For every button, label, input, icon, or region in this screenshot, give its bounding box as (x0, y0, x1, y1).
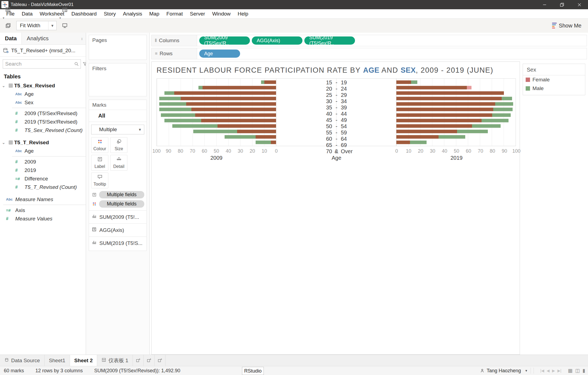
bar-segment[interactable] (502, 97, 512, 100)
bar-segment[interactable] (411, 81, 417, 84)
pane-flip-icon[interactable]: ↕ (78, 33, 86, 44)
chevron-down-icon[interactable]: ⌄ (0, 140, 7, 145)
marks-field-pill[interactable]: Multiple fields (99, 191, 144, 198)
menu-dashboard[interactable]: Dashboard (68, 9, 100, 18)
bar-segment-overlap[interactable] (203, 86, 276, 90)
field-item[interactable]: AbcMeasure Names (0, 195, 86, 204)
bar-segment-overlap[interactable] (396, 124, 472, 128)
bar-segment[interactable] (495, 102, 513, 106)
search-input[interactable] (3, 61, 74, 67)
filters-shelf[interactable]: Filters (89, 63, 147, 96)
bar-segment-overlap[interactable] (396, 86, 467, 90)
bar-segment[interactable] (193, 130, 237, 133)
bar-segment-overlap[interactable] (174, 91, 276, 95)
bar-segment-overlap[interactable] (256, 135, 276, 139)
size-button[interactable]: Size (110, 137, 127, 153)
field-item[interactable]: AbcSex (0, 98, 86, 107)
bar-segment[interactable] (159, 97, 181, 100)
bar-segment[interactable] (467, 86, 471, 90)
field-item[interactable]: =#Axis (0, 206, 86, 214)
shelf-pill[interactable]: Age (199, 50, 240, 58)
bar-segment[interactable] (457, 130, 488, 133)
field-item[interactable]: #2009 (0, 158, 86, 166)
user-menu[interactable]: Tang Haozheng ▼ (480, 368, 528, 374)
restore-button[interactable] (553, 0, 571, 9)
bar-segment-overlap[interactable] (396, 119, 482, 122)
bar-segment[interactable] (439, 135, 465, 139)
menu-map[interactable]: Map (146, 9, 163, 18)
new-story-tab-icon[interactable] (155, 355, 166, 366)
bar-segment-overlap[interactable] (271, 140, 276, 144)
legend-entry-male[interactable]: Male (523, 84, 585, 93)
show-filmstrip-icon[interactable]: ▦ (568, 368, 572, 374)
menu-help[interactable]: Help (234, 9, 252, 18)
field-item[interactable]: #Measure Values (0, 214, 86, 223)
last-page-icon[interactable]: ▶| (558, 368, 561, 373)
bar-segment[interactable] (493, 108, 513, 111)
bar-segment-overlap[interactable] (396, 113, 492, 117)
table-item[interactable]: ⌄T5_Sex_Revised (0, 81, 86, 90)
bar-segment[interactable] (261, 81, 264, 84)
bar-segment[interactable] (164, 91, 174, 95)
bar-segment[interactable] (492, 113, 511, 117)
bar-segment-overlap[interactable] (186, 102, 276, 106)
show-me-button[interactable]: Show Me (552, 23, 585, 29)
show-tabs-icon[interactable]: ◫ (575, 368, 580, 374)
chevron-down-icon[interactable]: ▾ (3, 16, 4, 20)
bar-segment-overlap[interactable] (218, 124, 276, 128)
shelf-pill[interactable]: SUM(2009 (T5!Sex!R.. (199, 36, 250, 45)
bar-segment-overlap[interactable] (396, 102, 495, 106)
tab-sheet2[interactable]: Sheet 2 (70, 355, 97, 366)
first-page-icon[interactable]: |◀ (540, 368, 544, 373)
chevron-down-icon[interactable]: ▾ (59, 16, 61, 20)
prev-page-icon[interactable]: ◀ (547, 368, 550, 373)
rows-shelf[interactable]: ≡ Rows Age (151, 48, 587, 59)
minimize-button[interactable] (536, 0, 553, 9)
bar-segment-overlap[interactable] (195, 113, 276, 117)
bar-segment-overlap[interactable] (264, 81, 276, 84)
field-item[interactable]: #2019 (T5!Sex!Revised) (0, 118, 86, 126)
field-item[interactable]: #2009 (T5!Sex!Revised) (0, 109, 86, 118)
menu-server[interactable]: Server (186, 9, 209, 18)
bar-segment-overlap[interactable] (396, 108, 493, 111)
chevron-down-icon[interactable]: ▾ (3, 0, 4, 4)
show-hide-cards-icon[interactable] (59, 4, 70, 15)
field-item[interactable]: #T5_Sex_Revised (Count) (0, 126, 86, 134)
bar-segment-overlap[interactable] (396, 81, 411, 84)
new-dashboard-tab-icon[interactable] (144, 355, 155, 366)
bar-segment[interactable] (161, 113, 195, 117)
presentation-mode-icon[interactable] (59, 20, 70, 31)
mark-type-dropdown[interactable]: Multiple ▼ (91, 125, 144, 134)
shelf-pill[interactable]: AGG(Axis) (252, 36, 302, 45)
bar-segment[interactable] (159, 108, 191, 111)
tab-data-source[interactable]: Data Source (0, 355, 45, 366)
field-item[interactable]: =#Difference (0, 174, 86, 183)
tab-sheet1[interactable]: Sheet1 (45, 355, 70, 366)
field-item[interactable]: AbcAge (0, 90, 86, 98)
tab-analytics[interactable]: Analytics (22, 33, 78, 44)
bar-segment[interactable] (159, 102, 186, 106)
bar-segment-overlap[interactable] (237, 130, 276, 133)
measure-mark-card[interactable]: SUM(2009 (T5!... (89, 210, 146, 223)
menu-format[interactable]: Format (163, 9, 186, 18)
bar-segment[interactable] (472, 124, 501, 128)
field-item[interactable]: #T5_T_Revised (Count) (0, 183, 86, 191)
colour-button[interactable]: Colour (91, 137, 108, 153)
bar-segment[interactable] (482, 119, 509, 122)
fit-selector[interactable]: Fit Width ▼ (16, 21, 57, 30)
field-item[interactable]: AbcAge (0, 147, 86, 155)
search-box[interactable] (3, 59, 81, 69)
menu-analysis[interactable]: Analysis (120, 9, 146, 18)
bar-segment[interactable] (164, 119, 201, 122)
columns-shelf[interactable]: ⫴ Columns SUM(2009 (T5!Sex!R..AGG(Axis)S… (151, 35, 587, 46)
next-page-icon[interactable]: ▶ (552, 368, 555, 373)
pages-shelf[interactable]: Pages (89, 35, 147, 60)
bar-segment[interactable] (410, 140, 427, 144)
tooltip-button[interactable]: Tooltip (91, 173, 108, 188)
new-worksheet-icon[interactable] (3, 4, 14, 15)
bar-segment[interactable] (256, 140, 271, 144)
measure-mark-card[interactable]: SUM(2019 (T5!S... (89, 236, 146, 250)
bar-segment[interactable] (225, 135, 256, 139)
close-button[interactable] (571, 0, 588, 9)
bar-segment-overlap[interactable] (396, 135, 439, 139)
